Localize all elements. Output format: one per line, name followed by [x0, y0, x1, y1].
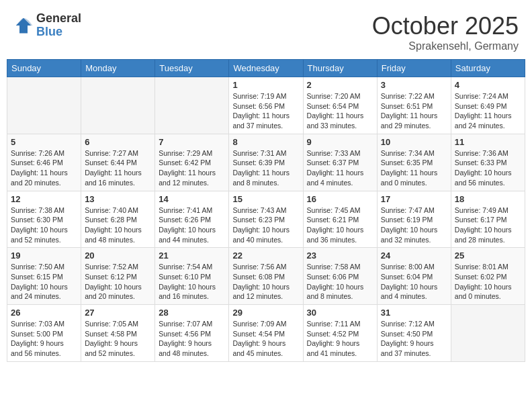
month-title: October 2025 — [372, 12, 519, 40]
day-info: Sunrise: 7:20 AM Sunset: 6:54 PM Dayligh… — [307, 91, 373, 131]
weekday-header: Saturday — [451, 60, 525, 77]
calendar-cell: 6Sunrise: 7:27 AM Sunset: 6:44 PM Daylig… — [81, 134, 155, 191]
calendar-cell: 14Sunrise: 7:41 AM Sunset: 6:26 PM Dayli… — [155, 191, 229, 248]
calendar-cell: 23Sunrise: 7:58 AM Sunset: 6:06 PM Dayli… — [303, 248, 377, 305]
day-number: 26 — [11, 308, 77, 318]
calendar-cell: 5Sunrise: 7:26 AM Sunset: 6:46 PM Daylig… — [7, 134, 81, 191]
weekday-header: Sunday — [7, 60, 81, 77]
day-number: 9 — [307, 137, 373, 147]
day-number: 13 — [85, 194, 151, 204]
day-info: Sunrise: 7:24 AM Sunset: 6:49 PM Dayligh… — [455, 91, 521, 131]
calendar-cell: 11Sunrise: 7:36 AM Sunset: 6:33 PM Dayli… — [451, 134, 525, 191]
calendar-cell: 22Sunrise: 7:56 AM Sunset: 6:08 PM Dayli… — [229, 248, 303, 305]
calendar-week-row: 1Sunrise: 7:19 AM Sunset: 6:56 PM Daylig… — [7, 77, 525, 134]
day-number: 12 — [11, 194, 77, 204]
day-number: 2 — [307, 80, 373, 90]
day-info: Sunrise: 7:41 AM Sunset: 6:26 PM Dayligh… — [159, 205, 225, 245]
day-number: 11 — [455, 137, 521, 147]
day-info: Sunrise: 7:45 AM Sunset: 6:21 PM Dayligh… — [307, 205, 373, 245]
calendar-cell: 1Sunrise: 7:19 AM Sunset: 6:56 PM Daylig… — [229, 77, 303, 134]
day-info: Sunrise: 7:54 AM Sunset: 6:10 PM Dayligh… — [159, 262, 225, 302]
calendar-cell — [451, 305, 525, 362]
calendar-cell: 17Sunrise: 7:47 AM Sunset: 6:19 PM Dayli… — [377, 191, 451, 248]
day-number: 16 — [307, 194, 373, 204]
day-info: Sunrise: 7:31 AM Sunset: 6:39 PM Dayligh… — [232, 148, 299, 188]
logo-general-text: General — [36, 12, 81, 26]
calendar-cell: 15Sunrise: 7:43 AM Sunset: 6:23 PM Dayli… — [229, 191, 303, 248]
day-info: Sunrise: 7:29 AM Sunset: 6:42 PM Dayligh… — [159, 148, 225, 188]
day-number: 19 — [11, 250, 77, 261]
day-number: 17 — [381, 194, 447, 204]
day-info: Sunrise: 7:22 AM Sunset: 6:51 PM Dayligh… — [381, 91, 447, 131]
weekday-header: Tuesday — [155, 60, 229, 77]
calendar-cell — [81, 77, 155, 134]
weekday-header-row: SundayMondayTuesdayWednesdayThursdayFrid… — [7, 60, 525, 77]
calendar-cell: 30Sunrise: 7:11 AM Sunset: 4:52 PM Dayli… — [303, 305, 377, 362]
calendar-cell: 18Sunrise: 7:49 AM Sunset: 6:17 PM Dayli… — [451, 191, 525, 248]
logo-text: General Blue — [36, 12, 81, 39]
day-number: 30 — [307, 308, 373, 318]
day-info: Sunrise: 7:34 AM Sunset: 6:35 PM Dayligh… — [381, 148, 447, 188]
day-number: 1 — [232, 80, 299, 90]
day-number: 29 — [232, 308, 299, 318]
calendar-cell: 20Sunrise: 7:52 AM Sunset: 6:12 PM Dayli… — [81, 248, 155, 305]
day-info: Sunrise: 7:43 AM Sunset: 6:23 PM Dayligh… — [232, 205, 299, 245]
calendar-week-row: 5Sunrise: 7:26 AM Sunset: 6:46 PM Daylig… — [7, 134, 525, 191]
day-info: Sunrise: 7:36 AM Sunset: 6:33 PM Dayligh… — [455, 148, 521, 188]
day-info: Sunrise: 7:09 AM Sunset: 4:54 PM Dayligh… — [232, 319, 299, 359]
calendar-week-row: 26Sunrise: 7:03 AM Sunset: 5:00 PM Dayli… — [7, 305, 525, 362]
day-number: 22 — [232, 250, 299, 261]
day-number: 6 — [85, 137, 151, 147]
logo-icon — [13, 15, 34, 36]
calendar-cell: 26Sunrise: 7:03 AM Sunset: 5:00 PM Dayli… — [7, 305, 81, 362]
day-number: 27 — [85, 308, 151, 318]
calendar-cell: 31Sunrise: 7:12 AM Sunset: 4:50 PM Dayli… — [377, 305, 451, 362]
day-number: 4 — [455, 80, 521, 90]
location: Sprakensehl, Germany — [372, 40, 519, 52]
calendar-cell: 9Sunrise: 7:33 AM Sunset: 6:37 PM Daylig… — [303, 134, 377, 191]
calendar-cell: 21Sunrise: 7:54 AM Sunset: 6:10 PM Dayli… — [155, 248, 229, 305]
calendar-cell: 13Sunrise: 7:40 AM Sunset: 6:28 PM Dayli… — [81, 191, 155, 248]
calendar-cell: 24Sunrise: 8:00 AM Sunset: 6:04 PM Dayli… — [377, 248, 451, 305]
day-info: Sunrise: 8:01 AM Sunset: 6:02 PM Dayligh… — [455, 262, 521, 302]
day-info: Sunrise: 7:47 AM Sunset: 6:19 PM Dayligh… — [381, 205, 447, 245]
calendar-week-row: 19Sunrise: 7:50 AM Sunset: 6:15 PM Dayli… — [7, 248, 525, 305]
logo: General Blue — [13, 12, 81, 39]
day-number: 10 — [381, 137, 447, 147]
day-info: Sunrise: 7:56 AM Sunset: 6:08 PM Dayligh… — [232, 262, 299, 302]
day-info: Sunrise: 7:19 AM Sunset: 6:56 PM Dayligh… — [232, 91, 299, 131]
calendar-table: SundayMondayTuesdayWednesdayThursdayFrid… — [7, 59, 525, 362]
calendar-cell: 19Sunrise: 7:50 AM Sunset: 6:15 PM Dayli… — [7, 248, 81, 305]
calendar-cell: 27Sunrise: 7:05 AM Sunset: 4:58 PM Dayli… — [81, 305, 155, 362]
day-number: 3 — [381, 80, 447, 90]
day-number: 20 — [85, 250, 151, 261]
calendar-cell: 8Sunrise: 7:31 AM Sunset: 6:39 PM Daylig… — [229, 134, 303, 191]
day-info: Sunrise: 7:38 AM Sunset: 6:30 PM Dayligh… — [11, 205, 77, 245]
calendar-cell — [155, 77, 229, 134]
day-info: Sunrise: 7:50 AM Sunset: 6:15 PM Dayligh… — [11, 262, 77, 302]
weekday-header: Monday — [81, 60, 155, 77]
day-info: Sunrise: 8:00 AM Sunset: 6:04 PM Dayligh… — [381, 262, 447, 302]
weekday-header: Friday — [377, 60, 451, 77]
day-number: 24 — [381, 250, 447, 261]
day-number: 31 — [381, 308, 447, 318]
weekday-header: Thursday — [303, 60, 377, 77]
calendar-cell: 7Sunrise: 7:29 AM Sunset: 6:42 PM Daylig… — [155, 134, 229, 191]
day-number: 25 — [455, 250, 521, 261]
calendar-cell: 16Sunrise: 7:45 AM Sunset: 6:21 PM Dayli… — [303, 191, 377, 248]
day-number: 28 — [159, 308, 225, 318]
title-block: October 2025 Sprakensehl, Germany — [372, 12, 519, 52]
day-info: Sunrise: 7:40 AM Sunset: 6:28 PM Dayligh… — [85, 205, 151, 245]
day-number: 7 — [159, 137, 225, 147]
day-info: Sunrise: 7:05 AM Sunset: 4:58 PM Dayligh… — [85, 319, 151, 359]
day-number: 18 — [455, 194, 521, 204]
calendar-cell: 4Sunrise: 7:24 AM Sunset: 6:49 PM Daylig… — [451, 77, 525, 134]
calendar-cell: 29Sunrise: 7:09 AM Sunset: 4:54 PM Dayli… — [229, 305, 303, 362]
day-info: Sunrise: 7:49 AM Sunset: 6:17 PM Dayligh… — [455, 205, 521, 245]
day-info: Sunrise: 7:27 AM Sunset: 6:44 PM Dayligh… — [85, 148, 151, 188]
day-number: 23 — [307, 250, 373, 261]
day-number: 8 — [232, 137, 299, 147]
day-info: Sunrise: 7:11 AM Sunset: 4:52 PM Dayligh… — [307, 319, 373, 359]
day-number: 21 — [159, 250, 225, 261]
calendar-cell — [7, 77, 81, 134]
